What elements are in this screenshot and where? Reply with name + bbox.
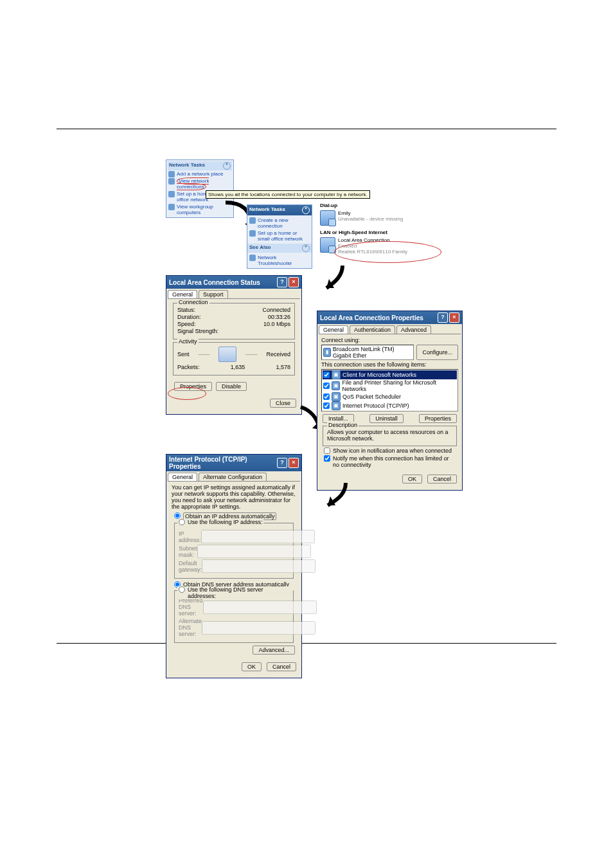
item-checkbox[interactable] [323,393,330,400]
close-icon[interactable]: × [289,277,299,287]
sidebar-item-add-place[interactable]: Add a network place [168,170,232,177]
help-icon[interactable]: ? [277,277,287,287]
btn-label: Properties [180,383,206,390]
close-icon[interactable]: × [289,458,299,468]
collapse-icon[interactable]: ˄ [302,244,310,252]
radio-input[interactable] [179,586,185,593]
see-also-item-troubleshooter[interactable]: Network Troubleshooter [249,254,310,267]
tcpip-dialog-title: Internet Protocol (TCP/IP) Properties [169,456,277,470]
sidebar2-item-create-connection[interactable]: Create a new connection [249,217,310,230]
tcpip-intro: You can get IP settings assigned automat… [172,484,296,510]
gateway-label: Default gateway: [179,560,202,573]
item-client-ms-networks[interactable]: ▣Client for Microsoft Networks [323,370,457,379]
status-tabs: General Support [168,290,300,299]
show-icon-checkbox[interactable]: Show icon in notification area when conn… [324,448,456,454]
btn-label: OK [408,476,416,482]
tab-advanced[interactable]: Advanced [396,325,431,334]
tooltip-view-connections: Shows you all the locations connected to… [206,190,370,199]
sidebar-header: Network Tasks ˄ [168,161,232,170]
packets-sent: 1,635 [231,364,245,370]
ok-button[interactable]: OK [242,662,262,671]
uninstall-button[interactable]: Uninstall [369,414,404,423]
signal-label: Signal Strength: [177,328,218,334]
checkbox-input[interactable] [324,455,330,462]
item-qos-scheduler[interactable]: ▣QoS Packet Scheduler [323,392,457,401]
btn-label: Configure... [422,349,452,356]
duration-value: 00:33:26 [268,314,290,320]
items-listbox[interactable]: ▣Client for Microsoft Networks ▣File and… [321,369,458,411]
speed-value: 10.0 Mbps [263,321,290,327]
arrow-4 [320,480,352,513]
tcpip-dialog: Internet Protocol (TCP/IP) Properties ?×… [166,454,302,678]
adapter-name: Broadcom NetLink (TM) Gigabit Ether [333,346,413,359]
item-checkbox[interactable] [323,402,330,409]
radio-use-dns[interactable]: Use the following DNS server addresses: [179,586,292,599]
collapse-icon[interactable]: ˄ [302,206,310,214]
tab-general[interactable]: General [168,290,197,298]
arrow-2 [320,262,352,296]
sidebar2-header: Network Tasks ˄ [247,205,312,215]
activity-legend: Activity [177,338,199,345]
gateway-input [202,559,315,573]
advanced-button[interactable]: Advanced... [253,646,295,655]
radio-input[interactable] [174,512,181,519]
disable-button[interactable]: Disable [216,382,247,391]
dialup-section-header: Dial-up [320,201,449,210]
description-group: Description Allows your computer to acce… [323,426,457,446]
connection-group: Connection Status:Connected Duration:00:… [173,303,295,339]
see-also-header: See Also ˄ [247,244,312,253]
collapse-icon[interactable]: ˄ [223,162,231,170]
ok-button[interactable]: OK [402,475,422,484]
tab-label: General [172,291,193,298]
tab-label: Support [203,291,224,298]
sidebar-item-label: Create a new connection [258,217,289,229]
tab-support[interactable]: Support [199,290,228,298]
tcpip-tabs: General Alternate Configuration [168,473,300,482]
item-tcpip[interactable]: ▣Internet Protocol (TCP/IP) [323,401,457,410]
activity-group: Activity Sent —— —— Received Packets:1,6… [173,342,295,375]
tab-general[interactable]: General [319,325,348,334]
tab-alt-config[interactable]: Alternate Configuration [199,473,267,481]
tab-authentication[interactable]: Authentication [350,325,395,334]
sidebar-item-view-connections[interactable]: View network connections [168,177,232,190]
item-label: Client for Microsoft Networks [342,372,416,378]
radio-use-ip[interactable]: Use the following IP address: [179,519,262,525]
item-properties-button[interactable]: Properties [419,414,457,423]
item-label: File and Printer Sharing for Microsoft N… [342,379,456,392]
btn-label: Close [276,400,290,406]
close-button[interactable]: Close [270,399,296,408]
dialup-connection-item[interactable]: Emily Unavailable - device missing [320,210,449,228]
status-value: Connected [262,307,290,313]
uses-items-label: This connection uses the following items… [321,361,458,368]
tab-general[interactable]: General [168,473,197,481]
use-dns-group: Use the following DNS server addresses: … [174,590,294,643]
properties-button[interactable]: Properties [174,382,212,391]
radio-label: Use the following IP address: [188,519,262,525]
help-icon[interactable]: ? [277,458,287,468]
properties-dialog: Local Area Connection Properties ?× Gene… [317,311,463,491]
btn-label: Install... [328,415,348,422]
close-icon[interactable]: × [449,312,459,323]
sidebar2-item-setup-network[interactable]: Set up a home or small office network [249,230,310,242]
lan-status: Enabled [338,243,407,249]
cancel-button[interactable]: Cancel [427,475,457,484]
item-checkbox[interactable] [323,372,330,378]
cancel-button[interactable]: Cancel [267,662,296,671]
item-label: QoS Packet Scheduler [342,393,401,400]
subnet-label: Subnet mask: [179,545,197,558]
configure-button[interactable]: Configure... [416,345,458,360]
checkbox-input[interactable] [324,448,330,454]
connection-legend: Connection [177,299,209,305]
lan-connection-item[interactable]: Local Area Connection Enabled Realtek RT… [320,237,449,257]
dialup-name: Emily [338,210,403,216]
btn-label: Uninstall [375,415,398,422]
sidebar2-header-label: Network Tasks [249,206,285,214]
radio-input[interactable] [179,519,185,525]
item-checkbox[interactable] [323,383,330,389]
item-file-printer-sharing[interactable]: ▣File and Printer Sharing for Microsoft … [323,379,457,392]
sidebar-header-label: Network Tasks [169,162,205,170]
notify-checkbox[interactable]: Notify me when this connection has limit… [324,455,456,468]
tcpip-dialog-titlebar: Internet Protocol (TCP/IP) Properties ?× [166,455,301,471]
ip-address-input [201,530,315,543]
help-icon[interactable]: ? [438,312,448,323]
